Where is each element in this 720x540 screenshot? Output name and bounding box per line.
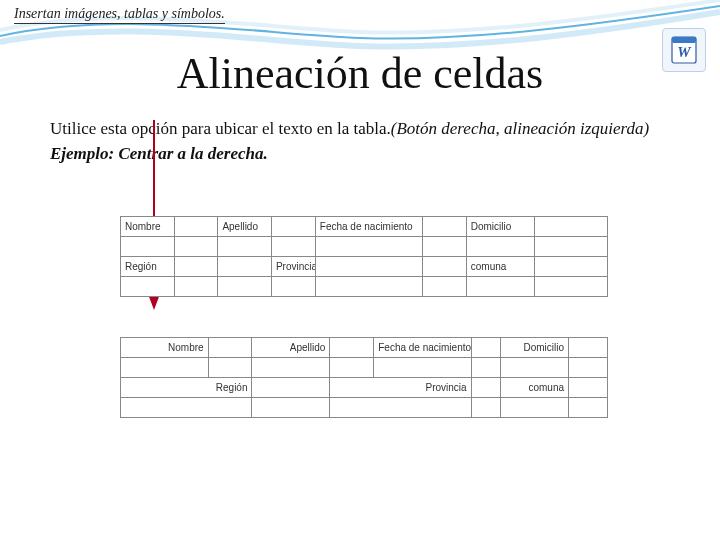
- cell: [569, 398, 608, 418]
- cell: [252, 398, 330, 418]
- table-row: [121, 398, 608, 418]
- cell-label: Región: [121, 257, 175, 277]
- body-line1: Utilice esta opción para ubicar el texto…: [50, 119, 391, 138]
- cell: [534, 217, 607, 237]
- cell: [330, 358, 374, 378]
- cell: [500, 398, 568, 418]
- svg-rect-1: [672, 37, 696, 43]
- cell: [208, 358, 252, 378]
- cell: [174, 237, 218, 257]
- cell-label: comuna: [466, 257, 534, 277]
- cell: [534, 277, 607, 297]
- cell: [252, 378, 330, 398]
- cell: [569, 338, 608, 358]
- cell: [121, 358, 209, 378]
- table-row: [121, 277, 608, 297]
- tables-area: Nombre Apellido Fecha de nacimiento Domi…: [120, 216, 608, 418]
- cell: [218, 237, 272, 257]
- cell: [422, 217, 466, 237]
- cell: [218, 277, 272, 297]
- table-row: Nombre Apellido Fecha de nacimiento Domi…: [121, 217, 608, 237]
- cell: [218, 257, 272, 277]
- cell-label: Fecha de nacimiento: [374, 338, 471, 358]
- cell-label: Región: [121, 378, 252, 398]
- page-title: Alineación de celdas: [0, 48, 720, 99]
- cell: [534, 237, 607, 257]
- cell-label: Provincia: [330, 378, 471, 398]
- table-row: [121, 358, 608, 378]
- cell: [569, 358, 608, 378]
- cell: [471, 378, 500, 398]
- cell: [271, 237, 315, 257]
- body-text: Utilice esta opción para ubicar el texto…: [50, 118, 670, 166]
- cell: [374, 358, 471, 378]
- cell: [471, 398, 500, 418]
- cell: [534, 257, 607, 277]
- table-right-aligned: Nombre Apellido Fecha de nacimiento Domi…: [120, 337, 608, 418]
- cell-label: Nombre: [121, 217, 175, 237]
- cell: [174, 217, 218, 237]
- cell-label: comuna: [500, 378, 568, 398]
- cell-label: Apellido: [252, 338, 330, 358]
- cell: [466, 237, 534, 257]
- cell-label: Domicilio: [466, 217, 534, 237]
- table-row: [121, 237, 608, 257]
- cell: [121, 398, 252, 418]
- cell: [121, 277, 175, 297]
- cell: [500, 358, 568, 378]
- cell: [569, 378, 608, 398]
- cell: [422, 277, 466, 297]
- cell-label: Nombre: [121, 338, 209, 358]
- cell: [271, 217, 315, 237]
- cell: [174, 277, 218, 297]
- cell: [252, 358, 330, 378]
- cell: [174, 257, 218, 277]
- cell-label: Domicilio: [500, 338, 568, 358]
- cell: [208, 338, 252, 358]
- cell: [422, 237, 466, 257]
- cell-label: Apellido: [218, 217, 272, 237]
- cell: [466, 277, 534, 297]
- cell-label: Fecha de nacimiento: [315, 217, 422, 237]
- cell: [315, 237, 422, 257]
- cell: [315, 277, 422, 297]
- breadcrumb: Insertan imágenes, tablas y símbolos.: [14, 6, 225, 24]
- table-row: Nombre Apellido Fecha de nacimiento Domi…: [121, 338, 608, 358]
- cell: [422, 257, 466, 277]
- table-row: Región Provincia comuna: [121, 378, 608, 398]
- table-row: Región Provincia comuna: [121, 257, 608, 277]
- cell: [330, 398, 471, 418]
- slide: Insertan imágenes, tablas y símbolos. W …: [0, 0, 720, 540]
- cell: [315, 257, 422, 277]
- cell: [121, 237, 175, 257]
- cell: [471, 338, 500, 358]
- cell: [471, 358, 500, 378]
- table-gap: [120, 297, 608, 337]
- cell: [330, 338, 374, 358]
- cell: [271, 277, 315, 297]
- cell-label: Provincia: [271, 257, 315, 277]
- table-left-aligned: Nombre Apellido Fecha de nacimiento Domi…: [120, 216, 608, 297]
- example-line: Ejemplo: Centrar a la derecha.: [50, 143, 670, 166]
- body-paren: (Botón derecha, alineación izquierda): [391, 119, 649, 138]
